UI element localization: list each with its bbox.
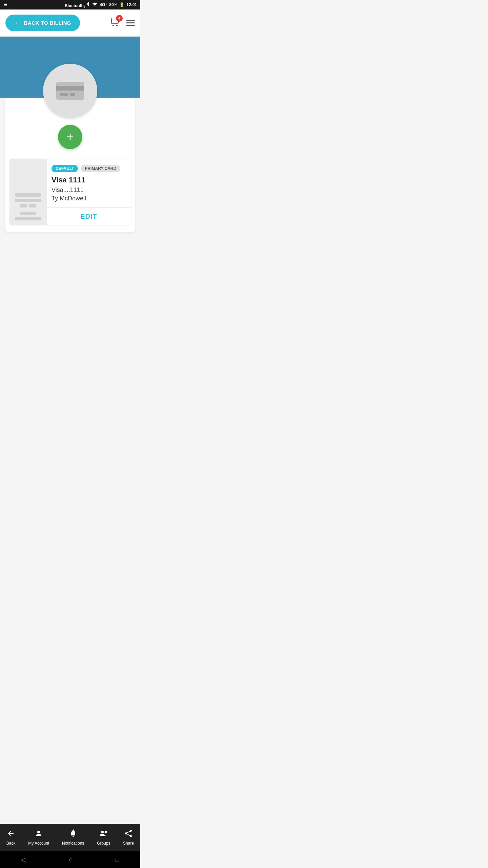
card-holder: Ty McDowell bbox=[52, 195, 126, 202]
battery-label: 80% bbox=[109, 2, 117, 7]
main-content: + DEFAUL bbox=[0, 37, 140, 279]
thumb-line-2 bbox=[15, 199, 41, 202]
time-label: 12:01 bbox=[126, 2, 137, 7]
edit-row: EDIT bbox=[47, 208, 131, 225]
add-card-button[interactable]: + bbox=[58, 125, 82, 149]
edit-button[interactable]: EDIT bbox=[80, 213, 97, 220]
dot-2 bbox=[29, 204, 36, 208]
back-label: BACK TO BILLING bbox=[24, 20, 72, 26]
card-list-item: DEFAULT PRIMARY CARD Visa 1111 Visa....1… bbox=[9, 159, 131, 225]
primary-badge: PRIMARY CARD bbox=[81, 165, 120, 172]
thumb-dots bbox=[20, 204, 36, 208]
header-icons: 4 bbox=[109, 18, 135, 28]
thumb-line-1 bbox=[15, 193, 41, 197]
card-details: DEFAULT PRIMARY CARD Visa 1111 Visa....1… bbox=[47, 159, 131, 225]
menu-button[interactable] bbox=[126, 20, 135, 26]
wifi-icon bbox=[92, 2, 98, 7]
menu-status-icon: ☰ bbox=[3, 2, 7, 7]
cart-badge: 4 bbox=[116, 15, 123, 22]
svg-rect-4 bbox=[60, 93, 68, 96]
card-name: Visa 1111 bbox=[52, 176, 126, 184]
back-to-billing-button[interactable]: ← BACK TO BILLING bbox=[5, 15, 80, 31]
battery-icon: 🔋 bbox=[119, 2, 124, 7]
ham-line-2 bbox=[126, 22, 135, 23]
ham-line-3 bbox=[126, 25, 135, 26]
svg-rect-3 bbox=[56, 86, 84, 91]
top-header: ← BACK TO BILLING 4 bbox=[0, 9, 140, 37]
badges-row: DEFAULT PRIMARY CARD bbox=[52, 165, 126, 172]
back-arrow-icon: ← bbox=[14, 19, 21, 26]
cart-button[interactable]: 4 bbox=[109, 18, 120, 28]
dot-1 bbox=[20, 204, 27, 208]
status-right: Bluetooth; 4G⁺ 80% 🔋 12:01 bbox=[65, 2, 137, 8]
plus-icon: + bbox=[66, 130, 74, 144]
default-badge: DEFAULT bbox=[52, 165, 78, 172]
thumb-line-3 bbox=[20, 212, 36, 215]
status-bar: ☰ Bluetooth; 4G⁺ 80% 🔋 12:01 bbox=[0, 0, 140, 9]
thumb-line-4 bbox=[15, 217, 41, 220]
status-left: ☰ bbox=[3, 2, 7, 7]
svg-point-0 bbox=[113, 24, 114, 26]
blue-header-section bbox=[0, 37, 140, 98]
add-button-wrap: + bbox=[5, 125, 135, 149]
card-number: Visa....1111 bbox=[52, 186, 126, 194]
card-icon-circle bbox=[43, 64, 97, 118]
page-wrapper: ☰ Bluetooth; 4G⁺ 80% 🔋 12:01 ← BACK TO B… bbox=[0, 0, 140, 279]
svg-rect-2 bbox=[56, 82, 84, 100]
bluetooth-icon: Bluetooth; bbox=[65, 2, 90, 8]
card-thumbnail bbox=[9, 159, 47, 225]
svg-rect-5 bbox=[70, 93, 75, 96]
signal-icon: 4G⁺ bbox=[100, 2, 107, 7]
ham-line-1 bbox=[126, 20, 135, 21]
svg-point-1 bbox=[116, 24, 118, 26]
